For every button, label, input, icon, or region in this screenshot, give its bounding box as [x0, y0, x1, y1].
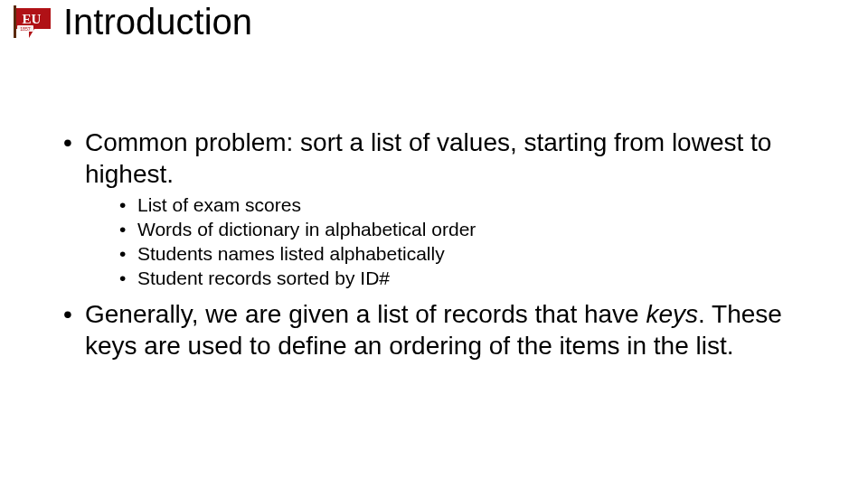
bullet-item: Generally, we are given a list of record…	[63, 298, 832, 361]
bullet-text-italic: keys	[646, 300, 698, 328]
bullet-text: Common problem: sort a list of values, s…	[85, 128, 771, 188]
sub-bullet-item: Words of dictionary in alphabetical orde…	[119, 218, 832, 242]
svg-text:1857: 1857	[20, 26, 31, 32]
slide: EU 1857 Introduction Common problem: sor…	[0, 0, 868, 488]
sub-bullet-list: List of exam scores Words of dictionary …	[85, 193, 832, 291]
bullet-list: Common problem: sort a list of values, s…	[63, 127, 832, 361]
svg-rect-1	[14, 5, 16, 38]
sub-bullet-item: Student records sorted by ID#	[119, 267, 832, 291]
svg-text:EU: EU	[23, 12, 42, 26]
sub-bullet-item: Students names listed alphabetically	[119, 242, 832, 267]
bullet-text-pre: Generally, we are given a list of record…	[85, 300, 646, 328]
sub-bullet-item: List of exam scores	[119, 193, 832, 218]
bullet-item: Common problem: sort a list of values, s…	[63, 127, 832, 291]
eu-logo-icon: EU 1857	[11, 5, 56, 43]
slide-title: Introduction	[63, 2, 252, 42]
slide-body: Common problem: sort a list of values, s…	[63, 127, 832, 369]
